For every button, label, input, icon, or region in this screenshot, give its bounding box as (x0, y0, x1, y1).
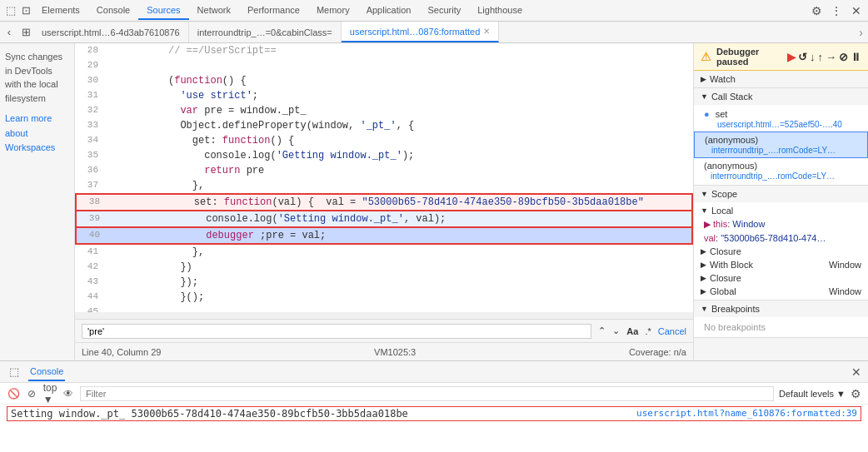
code-search-bar: ⌃ ⌄ Aa .* Cancel (75, 319, 693, 342)
breakpoints-header[interactable]: ▼ Breakpoints (694, 301, 868, 317)
scope-closure-header[interactable]: ▶ Closure (694, 245, 868, 258)
code-status-bar: Line 40, Column 29 VM1025:3 Coverage: n/… (75, 342, 693, 360)
file-nav-icon[interactable]: ⊞ (18, 25, 33, 40)
file-tab-3[interactable]: userscript.html…0876:formatted ✕ (342, 22, 500, 42)
stack-item-set[interactable]: ● set userscript.html…=525aef50-….40 (694, 107, 868, 132)
file-tab-1[interactable]: userscript.html…6-4d3ab7610876 (33, 22, 189, 42)
tab-security[interactable]: Security (419, 2, 469, 20)
watch-label: Watch (710, 74, 736, 84)
console-top-select[interactable]: top ▼ (43, 387, 57, 400)
dock-icon[interactable]: ⬚ (3, 3, 18, 18)
console-close-icon[interactable]: ✕ (851, 365, 861, 379)
step-icon[interactable]: → (826, 51, 836, 63)
debugger-banner-text: Debugger paused (716, 47, 782, 67)
scope-content: ▼ Local ▶ this: Window val: "53000b65-78… (694, 202, 868, 300)
search-down-icon[interactable]: ⌄ (612, 325, 620, 336)
withblock-arrow: ▶ (701, 261, 706, 269)
close-icon[interactable]: ✕ (848, 2, 865, 19)
resume-icon[interactable]: ▶ (787, 51, 796, 63)
watch-header[interactable]: ▶ Watch (694, 71, 868, 87)
scope-val: val: "53000b65-78d410-474… (694, 231, 868, 245)
watch-arrow: ▶ (701, 75, 706, 83)
console-eye-icon[interactable]: 👁 (62, 387, 75, 400)
scope-header[interactable]: ▼ Scope (694, 186, 868, 202)
code-content[interactable]: 28 // ==/UserScript== 29 30 (function() … (75, 43, 693, 312)
tab-elements[interactable]: Elements (33, 2, 88, 20)
call-stack-header[interactable]: ▼ Call Stack (694, 88, 868, 105)
debugger-banner: ⚠ Debugger paused ▶ ↺ ↓ ↑ → ⊘ ⏸ (694, 43, 868, 71)
code-editor: 28 // ==/UserScript== 29 30 (function() … (75, 43, 693, 360)
file-tab-overflow[interactable]: › (854, 22, 868, 42)
call-stack-content: ● set userscript.html…=525aef50-….40 (an… (694, 105, 868, 185)
file-tab-3-label: userscript.html…0876:formatted (350, 27, 481, 37)
code-line-38: 38 set: function(val) { val = "53000b65-… (75, 193, 693, 211)
search-up-icon[interactable]: ⌃ (598, 325, 606, 336)
stack-item-anonymous-2[interactable]: (anonymous) interrroundtrip_….romCode=LY… (694, 158, 868, 183)
right-panel-scroll[interactable]: ▶ Watch ▼ Call Stack ● set userscript.ht… (694, 71, 868, 360)
console-expand-icon[interactable]: ⬚ (7, 365, 22, 380)
console-settings-icon[interactable]: ⚙ (851, 387, 861, 400)
scope-section: ▼ Scope ▼ Local ▶ this: Window val: "530… (694, 186, 868, 301)
tab-console[interactable]: Console (88, 2, 138, 20)
console-stop-icon[interactable]: ⊘ (25, 387, 38, 400)
tab-network[interactable]: Network (189, 2, 239, 20)
code-position: Line 40, Column 29 (82, 347, 161, 357)
tab-sources[interactable]: Sources (138, 2, 188, 20)
local-arrow: ▼ (701, 206, 708, 215)
console-output-line: Setting window._pt_ 53000b65-78d410-474a… (7, 406, 861, 421)
inspect-icon[interactable]: ⊡ (18, 3, 33, 18)
code-line-32: 32 var pre = window._pt_ (75, 103, 693, 118)
stack-item-anonymous-1[interactable]: (anonymous) interrroundtrip_….romCode=LY… (694, 132, 868, 158)
tab-performance[interactable]: Performance (239, 2, 308, 20)
more-icon[interactable]: ⋮ (828, 2, 845, 19)
debugger-panel: ⚠ Debugger paused ▶ ↺ ↓ ↑ → ⊘ ⏸ ▶ Watch (693, 43, 868, 360)
console-filter-input[interactable] (80, 386, 774, 401)
console-source-link[interactable]: userscript.html?name_610876:formatted:39 (636, 408, 857, 419)
console-output: Setting window._pt_ 53000b65-78d410-474a… (0, 405, 868, 452)
scope-withblock-label: With Block (710, 260, 753, 270)
horizontal-scrollbar[interactable] (75, 312, 693, 319)
step-over-icon[interactable]: ↺ (798, 51, 807, 63)
scope-local-header[interactable]: ▼ Local (694, 204, 868, 217)
learn-workspaces-link[interactable]: Learn more about Workspaces (5, 112, 69, 156)
back-icon[interactable]: ‹ (2, 25, 17, 40)
code-lines: 28 // ==/UserScript== 29 30 (function() … (75, 43, 693, 312)
step-out-icon[interactable]: ↑ (818, 51, 824, 63)
console-area: ⬚ Console ✕ 🚫 ⊘ top ▼ 👁 Default levels ▼… (0, 360, 868, 452)
console-clear-icon[interactable]: 🚫 (7, 387, 20, 400)
console-levels-select[interactable]: Default levels ▼ (779, 389, 846, 399)
scope-label: Scope (711, 189, 737, 199)
code-line-29: 29 (75, 58, 693, 73)
call-stack-section: ▼ Call Stack ● set userscript.html…=525a… (694, 88, 868, 186)
watch-section: ▶ Watch (694, 71, 868, 88)
main-tabs: Elements Console Sources Network Perform… (33, 2, 531, 20)
deactivate-icon[interactable]: ⊘ (839, 51, 848, 63)
call-stack-label: Call Stack (711, 92, 753, 102)
breakpoints-content: No breakpoints (694, 317, 868, 337)
scope-global-header[interactable]: ▶ Global Window (694, 285, 868, 298)
tab-lighthouse[interactable]: Lighthouse (469, 2, 531, 20)
console-tab-bar: ⬚ Console ✕ (0, 361, 868, 383)
pause-icon[interactable]: ⏸ (851, 51, 861, 63)
code-line-45: 45 (75, 305, 693, 312)
tab-application[interactable]: Application (358, 2, 420, 20)
stack-fn-anon1: (anonymous) (705, 135, 758, 145)
scope-arrow: ▼ (701, 190, 708, 198)
step-into-icon[interactable]: ↓ (810, 51, 816, 63)
search-cancel-button[interactable]: Cancel (658, 326, 686, 336)
settings-icon[interactable]: ⚙ (808, 2, 825, 19)
console-tab[interactable]: Console (28, 363, 65, 381)
file-tab-3-close[interactable]: ✕ (483, 27, 490, 36)
tab-memory[interactable]: Memory (308, 2, 358, 20)
breakpoints-arrow: ▼ (701, 305, 708, 313)
file-tab-2[interactable]: interroundtrip_…=0&cabinClass= (189, 22, 342, 42)
global-arrow: ▶ (701, 287, 706, 296)
search-regex[interactable]: .* (645, 326, 651, 336)
code-line-37: 37 }, (75, 178, 693, 193)
scope-closure2-header[interactable]: ▶ Closure (694, 271, 868, 285)
code-line-31: 31 'use strict'; (75, 88, 693, 103)
scope-withblock-header[interactable]: ▶ With Block Window (694, 258, 868, 271)
code-search-input[interactable] (82, 324, 591, 339)
search-match-case[interactable]: Aa (626, 326, 638, 336)
stack-fn-anon2: (anonymous) (704, 161, 757, 171)
